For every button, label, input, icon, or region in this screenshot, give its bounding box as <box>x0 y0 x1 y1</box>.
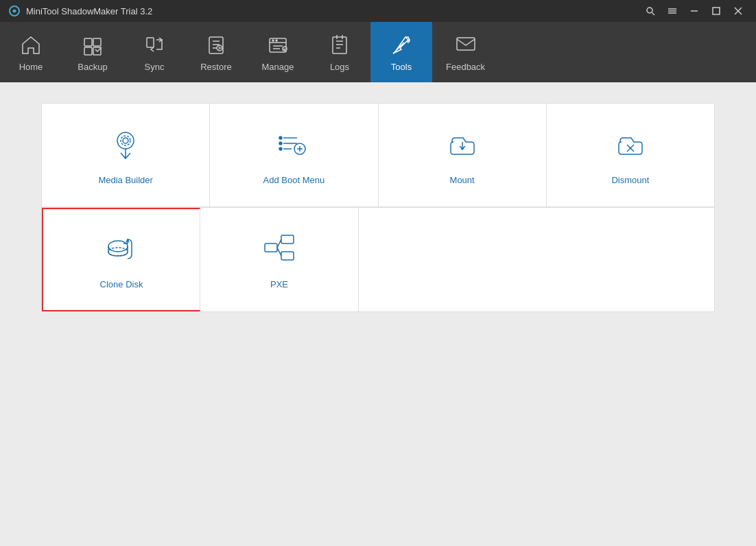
add-boot-menu-icon <box>275 126 312 165</box>
svg-point-18 <box>272 40 274 41</box>
svg-rect-12 <box>84 47 92 55</box>
svg-point-39 <box>108 241 128 252</box>
nav-item-manage[interactable]: Manage <box>247 22 309 82</box>
nav-item-home[interactable]: Home <box>0 22 62 82</box>
svg-point-33 <box>279 142 282 145</box>
svg-point-1 <box>647 8 652 13</box>
nav-label-manage: Manage <box>262 62 294 72</box>
media-builder-label: Media Builder <box>98 175 153 185</box>
menu-btn[interactable] <box>663 3 682 19</box>
svg-point-23 <box>117 132 134 149</box>
tool-add-boot-menu[interactable]: Add Boot Menu <box>210 104 378 206</box>
svg-rect-7 <box>713 8 720 14</box>
nav-item-sync[interactable]: Sync <box>123 22 185 82</box>
pxe-label: PXE <box>270 279 288 289</box>
backup-icon <box>80 33 105 58</box>
nav-item-backup[interactable]: Backup <box>62 22 123 82</box>
nav-label-tools: Tools <box>391 62 412 72</box>
nav-item-logs[interactable]: Logs <box>309 22 370 82</box>
manage-icon <box>265 33 290 58</box>
sync-icon <box>142 33 167 58</box>
svg-rect-21 <box>333 37 346 54</box>
tools-row-2: Clone Disk PXE <box>42 207 714 311</box>
tools-row-1: Media Builder <box>42 104 714 207</box>
add-boot-menu-label: Add Boot Menu <box>263 175 325 185</box>
nav-bar: Home Backup Sync <box>0 22 756 82</box>
app-logo <box>8 5 21 17</box>
svg-rect-42 <box>281 235 294 244</box>
nav-label-restore: Restore <box>200 62 232 72</box>
nav-item-tools[interactable]: Tools <box>370 22 432 82</box>
clone-disk-label: Clone Disk <box>100 279 143 289</box>
svg-line-45 <box>277 248 281 256</box>
nav-label-sync: Sync <box>145 62 165 72</box>
close-btn[interactable] <box>729 3 748 19</box>
tool-clone-disk[interactable]: Clone Disk <box>42 208 200 311</box>
dismount-label: Dismount <box>611 175 649 185</box>
feedback-icon <box>453 33 478 58</box>
maximize-btn[interactable] <box>707 3 726 19</box>
svg-point-24 <box>123 138 128 143</box>
svg-rect-41 <box>265 244 277 252</box>
mount-label: Mount <box>450 175 475 185</box>
title-bar: MiniTool ShadowMaker Trial 3.2 <box>0 0 756 22</box>
tool-media-builder[interactable]: Media Builder <box>42 104 210 206</box>
svg-rect-22 <box>457 38 475 50</box>
logs-icon <box>327 33 352 58</box>
svg-point-34 <box>279 147 282 150</box>
minimize-btn[interactable] <box>685 3 704 19</box>
pxe-icon <box>261 230 298 270</box>
svg-rect-11 <box>93 38 101 46</box>
svg-line-2 <box>652 13 655 16</box>
nav-label-home: Home <box>19 62 43 72</box>
svg-rect-10 <box>84 38 92 46</box>
app-title: MiniTool ShadowMaker Trial 3.2 <box>26 6 641 16</box>
tool-dismount[interactable]: Dismount <box>547 104 714 206</box>
media-builder-icon <box>107 126 144 165</box>
window-controls <box>641 3 748 19</box>
svg-rect-43 <box>281 252 294 260</box>
tool-mount[interactable]: Mount <box>379 104 547 206</box>
tools-panel: Media Builder <box>41 103 715 312</box>
home-icon <box>19 33 43 58</box>
mount-icon <box>444 126 481 165</box>
svg-line-44 <box>277 239 281 248</box>
nav-item-restore[interactable]: Restore <box>185 22 247 82</box>
svg-point-19 <box>276 40 277 41</box>
nav-label-feedback: Feedback <box>446 62 485 72</box>
svg-point-32 <box>279 136 282 139</box>
nav-item-feedback[interactable]: Feedback <box>432 22 499 82</box>
svg-point-25 <box>121 136 130 145</box>
tool-pxe[interactable]: PXE <box>200 208 359 311</box>
nav-label-logs: Logs <box>330 62 349 72</box>
svg-rect-14 <box>147 38 154 47</box>
dismount-icon <box>612 126 649 165</box>
clone-disk-icon <box>103 230 140 270</box>
search-btn[interactable] <box>641 3 660 19</box>
main-content: Media Builder <box>0 82 756 546</box>
nav-label-backup: Backup <box>78 62 107 72</box>
tools-icon <box>389 33 414 58</box>
restore-icon <box>204 33 228 58</box>
